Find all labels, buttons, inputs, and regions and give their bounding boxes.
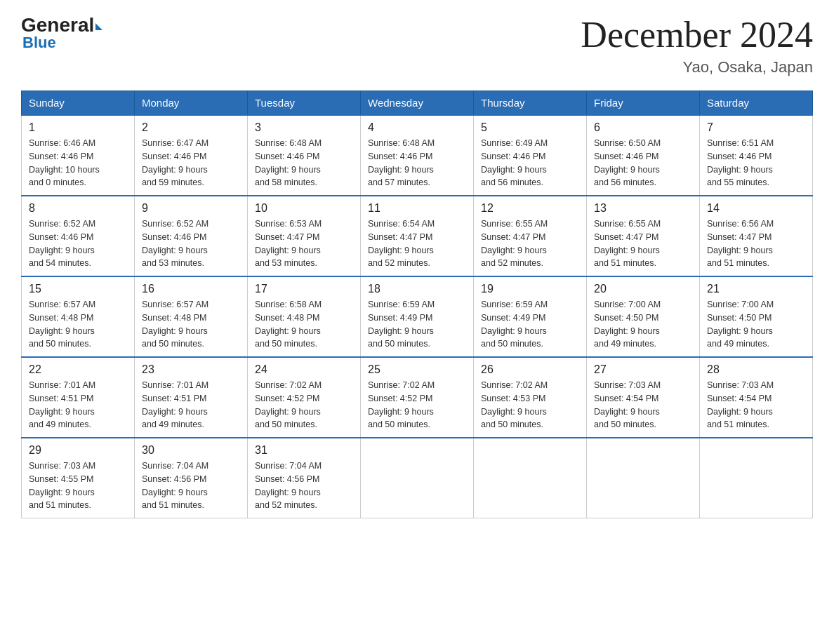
header-row: SundayMondayTuesdayWednesdayThursdayFrid… <box>22 91 813 116</box>
week-row-3: 15 Sunrise: 6:57 AM Sunset: 4:48 PM Dayl… <box>22 276 813 357</box>
calendar-cell <box>700 438 813 518</box>
day-info: Sunrise: 6:57 AM Sunset: 4:48 PM Dayligh… <box>142 298 240 351</box>
day-header-saturday: Saturday <box>700 91 813 116</box>
day-number: 27 <box>594 363 692 376</box>
calendar-cell: 27 Sunrise: 7:03 AM Sunset: 4:54 PM Dayl… <box>587 357 700 438</box>
day-number: 15 <box>29 283 127 295</box>
day-number: 20 <box>594 283 692 295</box>
day-info: Sunrise: 6:50 AM Sunset: 4:46 PM Dayligh… <box>594 137 692 189</box>
day-info: Sunrise: 6:48 AM Sunset: 4:46 PM Dayligh… <box>255 137 353 189</box>
calendar-cell: 9 Sunrise: 6:52 AM Sunset: 4:46 PM Dayli… <box>135 196 248 276</box>
day-info: Sunrise: 6:47 AM Sunset: 4:46 PM Dayligh… <box>142 137 240 189</box>
calendar-cell: 22 Sunrise: 7:01 AM Sunset: 4:51 PM Dayl… <box>22 357 135 438</box>
calendar-cell: 12 Sunrise: 6:55 AM Sunset: 4:47 PM Dayl… <box>474 196 587 276</box>
day-number: 24 <box>255 363 353 376</box>
calendar-cell: 3 Sunrise: 6:48 AM Sunset: 4:46 PM Dayli… <box>248 115 361 196</box>
day-number: 28 <box>707 363 805 376</box>
day-info: Sunrise: 7:03 AM Sunset: 4:54 PM Dayligh… <box>594 379 692 431</box>
day-info: Sunrise: 7:04 AM Sunset: 4:56 PM Dayligh… <box>255 459 353 512</box>
week-row-4: 22 Sunrise: 7:01 AM Sunset: 4:51 PM Dayl… <box>22 357 813 438</box>
page-header: General Blue December 2024 Yao, Osaka, J… <box>21 14 813 76</box>
logo-triangle-icon <box>95 23 102 30</box>
day-info: Sunrise: 6:57 AM Sunset: 4:48 PM Dayligh… <box>29 298 127 351</box>
day-header-tuesday: Tuesday <box>248 91 361 116</box>
day-info: Sunrise: 6:52 AM Sunset: 4:46 PM Dayligh… <box>29 217 127 270</box>
calendar-cell <box>587 438 700 518</box>
day-number: 16 <box>142 283 240 295</box>
calendar-cell: 5 Sunrise: 6:49 AM Sunset: 4:46 PM Dayli… <box>474 115 587 196</box>
calendar-cell: 2 Sunrise: 6:47 AM Sunset: 4:46 PM Dayli… <box>135 115 248 196</box>
day-number: 4 <box>368 121 466 134</box>
calendar-cell: 19 Sunrise: 6:59 AM Sunset: 4:49 PM Dayl… <box>474 276 587 357</box>
day-number: 23 <box>142 363 240 376</box>
calendar-cell: 8 Sunrise: 6:52 AM Sunset: 4:46 PM Dayli… <box>22 196 135 276</box>
title-area: December 2024 Yao, Osaka, Japan <box>581 14 813 76</box>
calendar-cell: 4 Sunrise: 6:48 AM Sunset: 4:46 PM Dayli… <box>361 115 474 196</box>
day-number: 1 <box>29 121 127 134</box>
week-row-2: 8 Sunrise: 6:52 AM Sunset: 4:46 PM Dayli… <box>22 196 813 276</box>
calendar-cell: 26 Sunrise: 7:02 AM Sunset: 4:53 PM Dayl… <box>474 357 587 438</box>
day-number: 22 <box>29 363 127 376</box>
calendar-cell: 15 Sunrise: 6:57 AM Sunset: 4:48 PM Dayl… <box>22 276 135 357</box>
day-info: Sunrise: 6:54 AM Sunset: 4:47 PM Dayligh… <box>368 217 466 270</box>
calendar-title: December 2024 <box>581 14 813 55</box>
calendar-cell: 29 Sunrise: 7:03 AM Sunset: 4:55 PM Dayl… <box>22 438 135 518</box>
day-number: 29 <box>29 444 127 457</box>
calendar-cell: 20 Sunrise: 7:00 AM Sunset: 4:50 PM Dayl… <box>587 276 700 357</box>
day-info: Sunrise: 7:02 AM Sunset: 4:53 PM Dayligh… <box>481 379 579 431</box>
calendar-cell <box>474 438 587 518</box>
day-number: 25 <box>368 363 466 376</box>
day-info: Sunrise: 6:56 AM Sunset: 4:47 PM Dayligh… <box>707 217 805 270</box>
calendar-cell: 30 Sunrise: 7:04 AM Sunset: 4:56 PM Dayl… <box>135 438 248 518</box>
day-number: 8 <box>29 202 127 215</box>
day-info: Sunrise: 7:00 AM Sunset: 4:50 PM Dayligh… <box>594 298 692 351</box>
day-info: Sunrise: 7:01 AM Sunset: 4:51 PM Dayligh… <box>142 379 240 431</box>
calendar-cell: 25 Sunrise: 7:02 AM Sunset: 4:52 PM Dayl… <box>361 357 474 438</box>
day-info: Sunrise: 6:59 AM Sunset: 4:49 PM Dayligh… <box>368 298 466 351</box>
calendar-cell: 18 Sunrise: 6:59 AM Sunset: 4:49 PM Dayl… <box>361 276 474 357</box>
day-info: Sunrise: 7:01 AM Sunset: 4:51 PM Dayligh… <box>29 379 127 431</box>
calendar-cell: 14 Sunrise: 6:56 AM Sunset: 4:47 PM Dayl… <box>700 196 813 276</box>
calendar-table: SundayMondayTuesdayWednesdayThursdayFrid… <box>21 90 813 518</box>
day-info: Sunrise: 6:46 AM Sunset: 4:46 PM Dayligh… <box>29 137 127 189</box>
day-info: Sunrise: 6:55 AM Sunset: 4:47 PM Dayligh… <box>481 217 579 270</box>
day-number: 26 <box>481 363 579 376</box>
day-number: 14 <box>707 202 805 215</box>
day-header-thursday: Thursday <box>474 91 587 116</box>
calendar-subtitle: Yao, Osaka, Japan <box>581 58 813 76</box>
day-header-friday: Friday <box>587 91 700 116</box>
calendar-cell <box>361 438 474 518</box>
day-number: 12 <box>481 202 579 215</box>
day-info: Sunrise: 6:52 AM Sunset: 4:46 PM Dayligh… <box>142 217 240 270</box>
day-header-monday: Monday <box>135 91 248 116</box>
day-info: Sunrise: 7:02 AM Sunset: 4:52 PM Dayligh… <box>255 379 353 431</box>
day-info: Sunrise: 6:51 AM Sunset: 4:46 PM Dayligh… <box>707 137 805 189</box>
day-number: 19 <box>481 283 579 295</box>
logo-blue-text: Blue <box>22 34 102 52</box>
day-info: Sunrise: 6:59 AM Sunset: 4:49 PM Dayligh… <box>481 298 579 351</box>
day-number: 2 <box>142 121 240 134</box>
calendar-cell: 7 Sunrise: 6:51 AM Sunset: 4:46 PM Dayli… <box>700 115 813 196</box>
calendar-cell: 13 Sunrise: 6:55 AM Sunset: 4:47 PM Dayl… <box>587 196 700 276</box>
day-info: Sunrise: 6:48 AM Sunset: 4:46 PM Dayligh… <box>368 137 466 189</box>
day-number: 3 <box>255 121 353 134</box>
day-info: Sunrise: 6:49 AM Sunset: 4:46 PM Dayligh… <box>481 137 579 189</box>
calendar-cell: 24 Sunrise: 7:02 AM Sunset: 4:52 PM Dayl… <box>248 357 361 438</box>
day-number: 6 <box>594 121 692 134</box>
day-info: Sunrise: 6:58 AM Sunset: 4:48 PM Dayligh… <box>255 298 353 351</box>
calendar-cell: 28 Sunrise: 7:03 AM Sunset: 4:54 PM Dayl… <box>700 357 813 438</box>
calendar-cell: 23 Sunrise: 7:01 AM Sunset: 4:51 PM Dayl… <box>135 357 248 438</box>
day-info: Sunrise: 6:55 AM Sunset: 4:47 PM Dayligh… <box>594 217 692 270</box>
day-header-sunday: Sunday <box>22 91 135 116</box>
day-info: Sunrise: 7:04 AM Sunset: 4:56 PM Dayligh… <box>142 459 240 512</box>
day-info: Sunrise: 6:53 AM Sunset: 4:47 PM Dayligh… <box>255 217 353 270</box>
day-number: 13 <box>594 202 692 215</box>
calendar-cell: 1 Sunrise: 6:46 AM Sunset: 4:46 PM Dayli… <box>22 115 135 196</box>
calendar-cell: 11 Sunrise: 6:54 AM Sunset: 4:47 PM Dayl… <box>361 196 474 276</box>
day-number: 5 <box>481 121 579 134</box>
week-row-1: 1 Sunrise: 6:46 AM Sunset: 4:46 PM Dayli… <box>22 115 813 196</box>
day-number: 17 <box>255 283 353 295</box>
day-number: 31 <box>255 444 353 457</box>
day-info: Sunrise: 7:03 AM Sunset: 4:55 PM Dayligh… <box>29 459 127 512</box>
calendar-cell: 31 Sunrise: 7:04 AM Sunset: 4:56 PM Dayl… <box>248 438 361 518</box>
